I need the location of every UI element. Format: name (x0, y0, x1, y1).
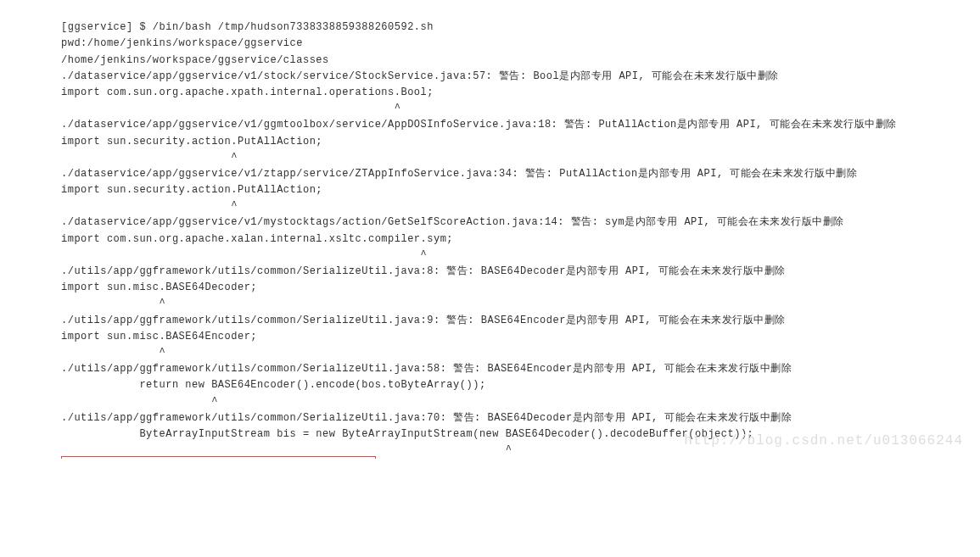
terminal-line: pwd:/home/jenkins/workspace/ggservice (61, 37, 303, 49)
terminal-line: ./dataservice/app/ggservice/v1/stock/ser… (61, 70, 779, 82)
terminal-line: ./utils/app/ggframework/utils/common/Ser… (61, 412, 792, 424)
terminal-line: ByteArrayInputStream bis = new ByteArray… (61, 428, 753, 440)
terminal-line: ./utils/app/ggframework/utils/common/Ser… (61, 315, 786, 326)
terminal-line: import sun.misc.BASE64Decoder; (61, 281, 257, 293)
terminal-line: import com.sun.org.apache.xpath.internal… (61, 86, 434, 98)
terminal-line: ./dataservice/app/ggservice/v1/ztapp/ser… (61, 168, 857, 180)
terminal-line: import sun.misc.BASE64Encoder; (61, 331, 257, 343)
terminal-line: ./utils/app/ggframework/utils/common/Ser… (61, 363, 792, 375)
terminal-caret: ^ (61, 347, 165, 359)
watermark-text: http://blog.csdn.net/u013066244 (684, 431, 963, 453)
terminal-line: [ggservice] $ /bin/bash /tmp/hudson73383… (61, 21, 434, 33)
annotation-text: 我公司项目编译后，还会产生警告， 这样使用wc -l命令时就不能得到 我们想要的… (535, 451, 725, 459)
terminal-caret: ^ (61, 152, 238, 164)
terminal-caret: ^ (61, 249, 427, 261)
terminal-line: /home/jenkins/workspace/ggservice/classe… (61, 54, 329, 66)
terminal-line: import com.sun.org.apache.xalan.internal… (61, 233, 453, 245)
terminal-line: import sun.security.action.PutAllAction; (61, 184, 322, 196)
terminal-caret: ^ (61, 298, 165, 309)
terminal-line: import sun.security.action.PutAllAction; (61, 136, 322, 148)
terminal-caret: ^ (61, 444, 512, 456)
compiler-notes-box: 注: 某些输入文件使用或覆盖了已过时的 API。 注: 有关详细信息, 请使用 … (61, 456, 376, 459)
terminal-line: return new BASE64Encoder().encode(bos.to… (61, 379, 486, 391)
terminal-caret: ^ (61, 200, 238, 212)
terminal-caret: ^ (61, 103, 400, 114)
terminal-line: ./dataservice/app/ggservice/v1/ggmtoolbo… (61, 119, 897, 131)
terminal-output: [ggservice] $ /bin/bash /tmp/hudson73383… (0, 0, 980, 459)
terminal-line: ./utils/app/ggframework/utils/common/Ser… (61, 265, 786, 277)
terminal-caret: ^ (61, 396, 218, 408)
terminal-line: ./dataservice/app/ggservice/v1/mystockta… (61, 216, 844, 228)
